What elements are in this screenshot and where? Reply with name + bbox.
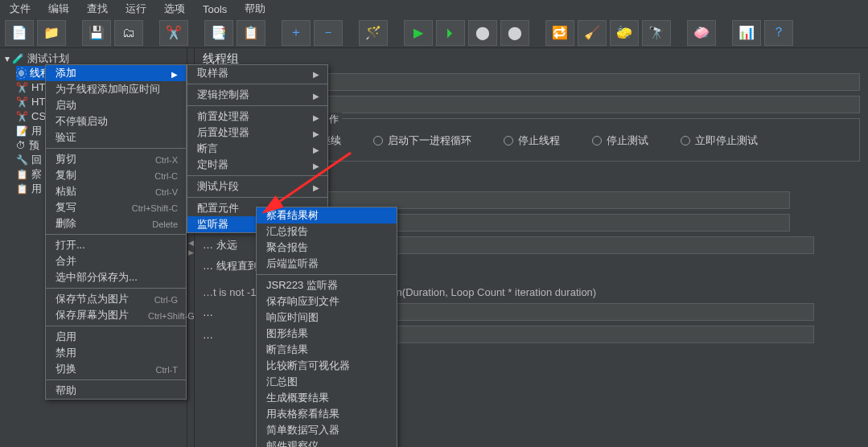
menu-item[interactable]: 响应时间图 — [257, 310, 397, 326]
menu-edit[interactable]: 编辑 — [42, 0, 76, 18]
wand-icon[interactable]: 🪄 — [359, 20, 388, 46]
help-icon[interactable]: ？ — [764, 20, 793, 46]
menu-item[interactable]: 察看结果树 — [257, 207, 397, 224]
menu-item[interactable]: JSR223 监听器 — [257, 277, 397, 293]
menu-run[interactable]: 运行 — [119, 0, 153, 18]
menu-item[interactable]: 复制Ctrl-C — [46, 167, 186, 183]
menu-item[interactable]: 取样器▶ — [187, 65, 327, 81]
play-icon[interactable]: ▶ — [404, 20, 433, 46]
context-menu[interactable]: 添加▶为子线程添加响应时间启动不停顿启动验证剪切Ctrl-X复制Ctrl-C粘贴… — [45, 64, 187, 400]
menu-item[interactable]: 选中部分保存为... — [46, 269, 186, 285]
menu-item[interactable]: 打开... — [46, 237, 186, 253]
menu-options[interactable]: 选项 — [158, 0, 191, 18]
menu-item[interactable]: 保存响应到文件 — [257, 293, 397, 310]
stop-all-icon[interactable]: ⬤ — [500, 20, 529, 46]
menu-file[interactable]: 文件 — [3, 0, 37, 18]
menu-item[interactable]: 测试片段▶ — [187, 178, 327, 195]
menu-item[interactable]: 帮助 — [46, 383, 186, 399]
remove-icon[interactable]: － — [314, 20, 343, 46]
menu-item-label: 取样器 — [197, 66, 228, 80]
menu-item[interactable]: 保存屏幕为图片Ctrl+Shift-G — [46, 307, 186, 323]
menu-item[interactable]: 不停顿启动 — [46, 113, 186, 129]
menu-item[interactable]: 生成概要结果 — [257, 390, 397, 406]
comment-input[interactable] — [243, 96, 860, 113]
menu-item[interactable]: 汇总报告 — [257, 224, 397, 240]
menu-item-label: 汇总图 — [266, 375, 298, 389]
save-icon[interactable]: 💾 — [82, 20, 111, 46]
report-icon[interactable]: 📊 — [732, 20, 761, 46]
play-next-icon[interactable]: ⏵ — [436, 20, 465, 46]
shortcut-label: Delete — [152, 219, 178, 229]
menu-item-label: 邮件观察仪 — [266, 439, 319, 447]
clean-icon[interactable]: 🧹 — [578, 20, 607, 46]
menu-item[interactable]: 断言结果 — [257, 342, 397, 358]
shortcut-label: Ctrl+Shift-C — [132, 203, 178, 213]
menu-item[interactable]: 禁用 — [46, 345, 186, 361]
menu-item[interactable]: 前置处理器▶ — [187, 109, 327, 125]
menu-item-label: 定时器 — [197, 158, 228, 172]
value-input-a[interactable] — [331, 303, 814, 321]
menu-item-label: 保存响应到文件 — [266, 294, 339, 309]
radio-option[interactable]: 立即停止测试 — [681, 133, 758, 148]
menu-item[interactable]: 为子线程添加响应时间 — [46, 81, 186, 97]
menu-item[interactable]: 简单数据写入器 — [257, 422, 397, 438]
menu-item-label: 后端监听器 — [266, 256, 319, 271]
submenu-listener[interactable]: 察看结果树汇总报告聚合报告后端监听器JSR223 监听器保存响应到文件响应时间图… — [256, 207, 397, 447]
menu-item[interactable]: 后端监听器 — [257, 256, 397, 272]
menu-item-label: 用表格察看结果 — [266, 407, 339, 421]
menu-item-label: 打开... — [56, 238, 85, 252]
paste-icon[interactable]: 📋 — [237, 20, 265, 46]
name-input[interactable] — [243, 73, 860, 91]
menu-item-label: 剪切 — [56, 152, 76, 166]
stop-icon[interactable]: ⬤ — [468, 20, 497, 46]
menu-item[interactable]: 保存节点为图片Ctrl-G — [46, 291, 186, 307]
loop-input[interactable] — [331, 236, 814, 254]
menu-item[interactable]: 用表格察看结果 — [257, 406, 397, 422]
value-input-b[interactable] — [331, 326, 814, 343]
menu-item[interactable]: 粘贴Ctrl-V — [46, 183, 186, 199]
save-all-icon[interactable]: 🗂 — [114, 20, 143, 46]
radio-label: 停止测试 — [607, 133, 648, 148]
file-icon[interactable]: 📄 — [5, 20, 34, 46]
broom-icon[interactable]: 🧼 — [687, 20, 716, 46]
menu-item[interactable]: 定时器▶ — [187, 157, 327, 173]
menu-item[interactable]: 图形结果 — [257, 326, 397, 342]
menu-item-label: 禁用 — [56, 346, 76, 360]
menu-item-label: 图形结果 — [266, 326, 308, 341]
menu-item[interactable]: 聚合报告 — [257, 240, 397, 256]
menu-search[interactable]: 查找 — [80, 0, 114, 18]
menu-item[interactable]: 断言▶ — [187, 141, 327, 157]
menu-item-label: 测试片段 — [197, 179, 239, 194]
menu-item-label: 粘贴 — [56, 184, 76, 199]
chevron-right-icon: ▶ — [313, 162, 319, 170]
menu-item[interactable]: 合并 — [46, 253, 186, 269]
menu-tools[interactable]: Tools — [196, 2, 233, 17]
menu-item[interactable]: 后置处理器▶ — [187, 125, 327, 141]
open-icon[interactable]: 📁 — [37, 20, 66, 46]
menu-item[interactable]: 汇总图 — [257, 374, 397, 390]
add-icon[interactable]: ＋ — [282, 20, 311, 46]
menu-item[interactable]: 复写Ctrl+Shift-C — [46, 199, 186, 215]
menu-item[interactable]: 邮件观察仪 — [257, 438, 397, 447]
menu-item[interactable]: 逻辑控制器▶ — [187, 87, 327, 103]
menu-item-label: 保存屏幕为图片 — [56, 308, 129, 322]
menu-item[interactable]: 启用 — [46, 329, 186, 345]
menu-item[interactable]: 比较断言可视化器 — [257, 358, 397, 374]
toggle-icon[interactable]: 🔁 — [545, 20, 574, 46]
menu-item[interactable]: 删除Delete — [46, 215, 186, 232]
menu-help[interactable]: 帮助 — [238, 0, 272, 18]
radio-option[interactable]: 停止测试 — [592, 133, 648, 148]
menu-item[interactable]: 添加▶ — [46, 65, 186, 81]
radio-option[interactable]: 停止线程 — [504, 133, 560, 148]
menu-item[interactable]: 验证 — [46, 129, 186, 146]
menu-item-label: JSR223 监听器 — [266, 278, 338, 293]
radio-option[interactable]: 启动下一进程循环 — [373, 133, 471, 148]
binoculars-icon[interactable]: 🔭 — [642, 20, 671, 46]
copy-icon[interactable]: 📑 — [204, 20, 233, 46]
menu-item[interactable]: 剪切Ctrl-X — [46, 151, 186, 167]
brush-icon[interactable]: 🧽 — [610, 20, 639, 46]
menu-item[interactable]: 启动 — [46, 97, 186, 113]
shortcut-label: Ctrl-G — [154, 295, 178, 305]
cut-icon[interactable]: ✂️ — [159, 20, 188, 46]
menu-item[interactable]: 切换Ctrl-T — [46, 361, 186, 377]
